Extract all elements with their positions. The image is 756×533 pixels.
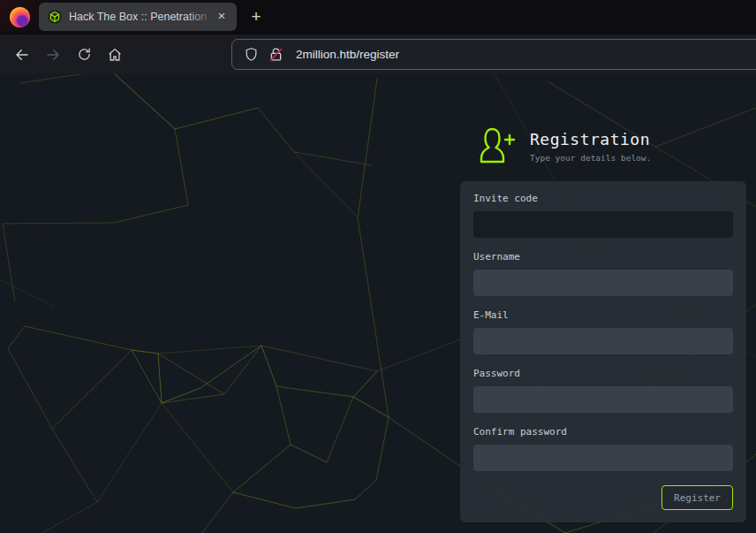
invite-code-input[interactable] <box>473 211 733 238</box>
page-content: Registration Type your details below. In… <box>0 74 756 533</box>
email-label: E-Mail <box>473 310 733 321</box>
page-title: Registration <box>530 130 651 148</box>
tracking-shield-icon[interactable] <box>244 47 259 62</box>
form-actions: Register <box>473 485 733 510</box>
username-label: Username <box>473 252 733 263</box>
confirm-password-input[interactable] <box>473 445 733 471</box>
url-bar[interactable]: 2million.htb/register <box>231 39 756 70</box>
register-button[interactable]: Register <box>662 485 733 510</box>
url-text[interactable]: 2million.htb/register <box>296 48 399 61</box>
insecure-lock-icon[interactable] <box>268 46 284 63</box>
confirm-password-label: Confirm password <box>473 427 733 438</box>
tab-strip: Hack The Box :: Penetration × + <box>0 0 756 34</box>
reload-button[interactable] <box>72 43 95 66</box>
registration-form-card: Invite code Username E-Mail Password Con… <box>460 181 746 522</box>
registration-titles: Registration Type your details below. <box>530 130 651 163</box>
home-button[interactable] <box>103 43 126 66</box>
page-subtitle: Type your details below. <box>530 153 651 163</box>
htb-cube-icon <box>48 10 62 24</box>
user-plus-icon <box>474 126 516 165</box>
firefox-logo-area <box>0 7 39 27</box>
tab-close-icon[interactable]: × <box>214 9 230 25</box>
password-input[interactable] <box>473 386 733 413</box>
browser-tab-active[interactable]: Hack The Box :: Penetration × <box>39 3 237 31</box>
browser-window: Hack The Box :: Penetration × + <box>0 0 756 533</box>
tab-title: Hack The Box :: Penetration <box>69 11 214 23</box>
username-input[interactable] <box>473 270 733 296</box>
firefox-icon <box>10 7 30 27</box>
registration-panel: Registration Type your details below. In… <box>460 126 746 522</box>
email-input[interactable] <box>473 328 733 354</box>
password-label: Password <box>473 369 733 379</box>
navigation-toolbar: 2million.htb/register <box>0 34 756 74</box>
registration-header: Registration Type your details below. <box>460 126 746 166</box>
forward-button[interactable] <box>42 43 64 66</box>
back-button[interactable] <box>11 43 34 66</box>
invite-code-label: Invite code <box>473 194 733 204</box>
new-tab-button[interactable]: + <box>244 4 268 29</box>
